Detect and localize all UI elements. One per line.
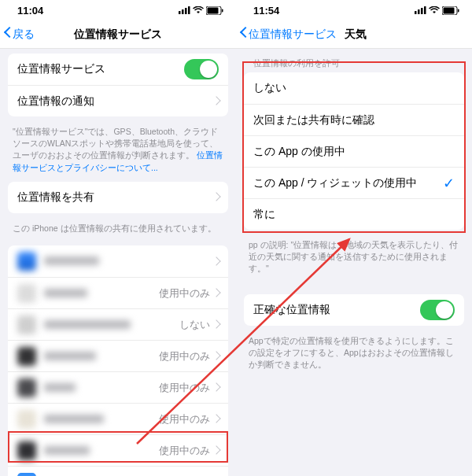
svg-rect-1	[182, 9, 184, 14]
app-status: 使用中のみ	[159, 381, 213, 395]
chevron-right-icon	[213, 320, 219, 329]
section-footer: Appで特定の位置情報を使用できるようにします。この設定をオフにすると、Appは…	[236, 335, 472, 379]
cell-label: 位置情報の通知	[17, 94, 213, 109]
back-label: 戻る	[13, 28, 35, 42]
app-icon	[17, 315, 36, 334]
app-status: 使用中のみ	[159, 349, 213, 363]
app-status: 使用中のみ	[159, 286, 213, 301]
perm-using-row[interactable]: この App の使用中	[244, 135, 464, 167]
chevron-left-icon	[239, 28, 247, 41]
app-row[interactable]: 使用中のみ	[8, 434, 228, 466]
chevron-right-icon	[213, 446, 219, 455]
navbar: 戻る 位置情報サービス	[0, 20, 236, 49]
status-bar: 11:54	[236, 0, 472, 20]
app-icon	[17, 410, 36, 429]
svg-rect-3	[188, 6, 190, 14]
app-row[interactable]: 使用中のみ	[8, 371, 228, 403]
switch-on-icon[interactable]	[184, 59, 219, 79]
precise-location-row[interactable]: 正確な位置情報	[244, 294, 464, 326]
page-title: 天気	[337, 28, 367, 42]
battery-icon	[206, 6, 223, 15]
chevron-right-icon	[213, 257, 219, 266]
chevron-right-icon	[213, 352, 219, 360]
chevron-right-icon	[213, 289, 219, 297]
phone-left: 11:04 戻る 位置情報サービス 位置情報サービス 位置情報の通知	[0, 0, 236, 476]
svg-rect-16	[444, 7, 455, 13]
status-bar: 11:04	[0, 0, 236, 20]
perm-widgets-row[interactable]: この App / ウィジェットの使用中 ✓	[244, 167, 464, 198]
section-footer: この iPhone は位置情報の共有に使用されています。	[0, 223, 236, 242]
app-icon	[17, 378, 36, 397]
navbar: 位置情報サービス 天気	[236, 20, 472, 49]
cell-label: この App / ウィジェットの使用中	[253, 176, 443, 190]
app-row[interactable]: しない	[8, 308, 228, 340]
svg-rect-0	[179, 11, 181, 14]
switch-on-icon[interactable]	[420, 300, 455, 320]
checkmark-icon: ✓	[443, 175, 455, 192]
chevron-right-icon	[213, 97, 219, 105]
location-notice-row[interactable]: 位置情報の通知	[8, 85, 228, 116]
status-time: 11:04	[17, 5, 43, 17]
section-footer: "位置情報サービス"では、GPS、Bluetooth、クラウドソースのWLANス…	[0, 126, 236, 182]
cell-label: 位置情報サービス	[17, 62, 184, 76]
svg-rect-2	[185, 8, 187, 14]
back-button[interactable]: 戻る	[0, 28, 35, 42]
app-row[interactable]: 使用中のみ	[8, 277, 228, 308]
chevron-right-icon	[213, 193, 219, 201]
svg-rect-12	[418, 9, 420, 14]
section-footer: pp の説明: "位置情報は、地域の天気を表示したり、付近の天気に関する通知を送…	[236, 239, 472, 283]
location-services-toggle-row[interactable]: 位置情報サービス	[8, 54, 228, 85]
weather-app-row[interactable]: 天気 使用中のみ	[8, 466, 228, 476]
perm-ask-row[interactable]: 次回または共有時に確認	[244, 104, 464, 135]
app-icon	[17, 441, 36, 460]
status-time: 11:54	[253, 5, 279, 17]
battery-icon	[442, 6, 459, 15]
chevron-right-icon	[213, 415, 219, 423]
cell-label: この App の使用中	[253, 145, 455, 159]
perm-never-row[interactable]: しない	[244, 72, 464, 104]
app-icon	[17, 252, 36, 271]
svg-rect-11	[415, 11, 417, 14]
signal-icon	[179, 6, 190, 14]
app-status: 使用中のみ	[159, 444, 213, 458]
svg-rect-5	[208, 7, 219, 13]
share-location-row[interactable]: 位置情報を共有	[8, 182, 228, 213]
chevron-right-icon	[213, 383, 219, 392]
cell-label: 常に	[253, 208, 455, 222]
app-icon	[17, 284, 36, 303]
svg-rect-13	[421, 8, 423, 14]
perm-always-row[interactable]: 常に	[244, 198, 464, 230]
signal-icon	[415, 6, 426, 14]
wifi-icon	[193, 6, 204, 14]
app-row[interactable]: 使用中のみ	[8, 340, 228, 371]
wifi-icon	[429, 6, 440, 14]
app-row[interactable]: 使用中のみ	[8, 403, 228, 434]
svg-rect-6	[222, 9, 223, 12]
app-icon	[17, 347, 36, 366]
cell-label: 位置情報を共有	[17, 190, 213, 205]
app-row[interactable]	[8, 245, 228, 277]
back-button[interactable]: 位置情報サービス	[236, 28, 337, 42]
page-title: 位置情報サービス	[0, 28, 236, 42]
svg-rect-14	[424, 6, 426, 14]
back-label: 位置情報サービス	[249, 28, 337, 42]
svg-rect-17	[458, 9, 459, 12]
phone-right: 11:54 位置情報サービス 天気 位置情報の利用を許可 しない 次回または共有…	[236, 0, 472, 476]
weather-icon	[17, 473, 36, 476]
cell-label: 次回または共有時に確認	[253, 113, 455, 127]
app-status: 使用中のみ	[159, 412, 213, 426]
app-status: しない	[179, 318, 213, 332]
cell-label: しない	[253, 81, 455, 95]
section-header: 位置情報の利用を許可	[236, 54, 472, 72]
chevron-left-icon	[3, 28, 11, 41]
cell-label: 正確な位置情報	[253, 303, 420, 317]
